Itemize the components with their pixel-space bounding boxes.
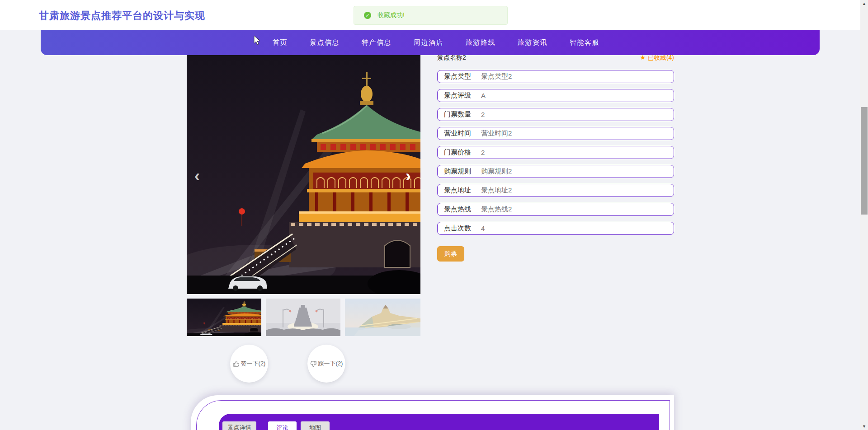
field-label: 营业时间: [444, 129, 481, 138]
nav-item-attractions[interactable]: 景点信息: [310, 38, 340, 47]
field-type: 景点类型 景点类型2: [437, 70, 674, 83]
carousel-prev-icon[interactable]: ‹: [189, 166, 205, 186]
field-label: 景点评级: [444, 91, 481, 100]
detail-section-card: 景点详情 评论 地图: [191, 395, 674, 430]
tab-attraction-detail[interactable]: 景点详情: [222, 421, 256, 430]
success-toast: ✓ 收藏成功!: [354, 6, 508, 25]
field-value: 景点类型2: [481, 72, 512, 81]
field-value: 4: [481, 224, 485, 232]
scroll-up-icon[interactable]: ▲: [860, 0, 868, 7]
scroll-down-icon[interactable]: ▼: [860, 423, 868, 430]
field-value: 购票规则2: [481, 167, 512, 176]
page-scrollbar[interactable]: ▲ ▼: [860, 0, 868, 430]
field-clicks: 点击次数 4: [437, 222, 674, 235]
main-nav: 首页 景点信息 特产信息 周边酒店 旅游路线 旅游资讯 智能客服: [41, 30, 820, 55]
field-value: A: [481, 92, 486, 99]
carousel-next-icon[interactable]: ›: [400, 166, 416, 186]
field-value: 2: [481, 149, 485, 156]
thumb-down-icon: [310, 360, 317, 367]
attraction-photo-carousel: [187, 55, 420, 294]
field-ticket-count: 门票数量 2: [437, 108, 674, 121]
field-label: 门票数量: [444, 110, 481, 119]
field-price: 门票价格 2: [437, 146, 674, 159]
nav-item-routes[interactable]: 旅游路线: [466, 38, 495, 47]
field-value: 2: [481, 111, 485, 118]
field-rules: 购票规则 购票规则2: [437, 165, 674, 178]
like-label: 赞一下(2): [241, 360, 266, 368]
thumb-up-icon: [233, 360, 240, 367]
carousel-thumbnail-1[interactable]: [187, 299, 261, 336]
nav-item-hotels[interactable]: 周边酒店: [414, 38, 443, 47]
field-label: 购票规则: [444, 167, 481, 176]
tab-map[interactable]: 地图: [301, 421, 330, 430]
dislike-button[interactable]: 踩一下(2): [307, 345, 345, 383]
carousel-thumbnail-3[interactable]: [345, 299, 420, 336]
field-label: 门票价格: [444, 148, 481, 157]
check-circle-icon: ✓: [364, 12, 371, 19]
site-title: 甘肃旅游景点推荐平台的设计与实现: [39, 9, 205, 23]
field-value: 营业时间2: [481, 129, 512, 138]
field-label: 景点类型: [444, 72, 481, 81]
field-value: 景点地址2: [481, 186, 512, 195]
field-label: 景点地址: [444, 186, 481, 195]
like-button[interactable]: 赞一下(2): [230, 345, 268, 383]
field-label: 点击次数: [444, 224, 481, 233]
dislike-label: 踩一下(2): [318, 360, 343, 368]
field-value: 景点热线2: [481, 205, 512, 214]
detail-tab-bar: 景点详情 评论 地图: [219, 414, 659, 430]
field-address: 景点地址 景点地址2: [437, 184, 674, 197]
page: 甘肃旅游景点推荐平台的设计与实现 ✓ 收藏成功! 12 ▼ 首页 景点信息 特产…: [0, 0, 868, 430]
field-hours: 营业时间 营业时间2: [437, 127, 674, 140]
carousel-thumbnail-2[interactable]: [266, 299, 340, 336]
tab-comments[interactable]: 评论: [268, 421, 297, 430]
toast-message: 收藏成功!: [377, 11, 405, 19]
field-hotline: 景点热线 景点热线2: [437, 203, 674, 216]
nav-item-news[interactable]: 旅游资讯: [518, 38, 547, 47]
nav-item-service[interactable]: 智能客服: [570, 38, 599, 47]
field-label: 景点热线: [444, 205, 481, 214]
nav-item-home[interactable]: 首页: [273, 38, 288, 47]
field-rating: 景点评级 A: [437, 89, 674, 102]
buy-ticket-button[interactable]: 购票: [437, 246, 464, 262]
scrollbar-thumb[interactable]: [861, 107, 868, 215]
nav-item-specialties[interactable]: 特产信息: [362, 38, 392, 47]
